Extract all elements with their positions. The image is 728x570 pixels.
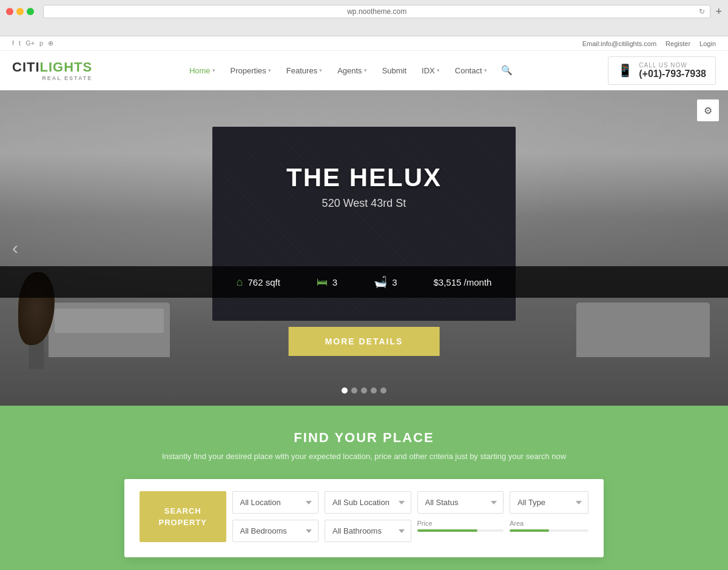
price-track[interactable] xyxy=(417,529,504,532)
twitter-icon[interactable]: t xyxy=(19,39,21,47)
nav-submit-label: Submit xyxy=(382,66,406,75)
bath-icon: 🛁 xyxy=(374,275,387,289)
main-navbar: CITILIGHTS REAL ESTATE Home ▾ Properties… xyxy=(0,51,728,90)
utility-right: Email:info@citilights.com Register Login xyxy=(582,40,716,47)
maximize-button[interactable] xyxy=(27,8,34,15)
logo-subtitle: REAL ESTATE xyxy=(12,75,92,81)
area-label: Area xyxy=(510,520,588,527)
location-select[interactable]: All Location New York Los Angeles xyxy=(232,491,319,514)
phone-number: (+01)-793-7938 xyxy=(639,69,706,79)
nav-item-features[interactable]: Features ▾ xyxy=(280,61,328,80)
register-link[interactable]: Register xyxy=(666,40,690,47)
area-range: Area xyxy=(510,520,588,542)
stat-baths: 🛁 3 xyxy=(374,275,397,289)
hero-stats-band: ⌂ 762 sqft 🛏 3 🛁 3 $3,515 /month xyxy=(0,266,728,298)
more-details-button[interactable]: MORE DETAILS xyxy=(289,327,440,356)
nav-item-submit[interactable]: Submit xyxy=(376,61,413,80)
nav-contact-label: Contact xyxy=(455,66,482,75)
nav-item-agents[interactable]: Agents ▾ xyxy=(331,61,372,80)
email-link[interactable]: Email:info@citilights.com xyxy=(582,40,656,47)
area-fill xyxy=(510,529,549,532)
browser-window-controls[interactable] xyxy=(6,8,34,15)
utility-bar: f t G+ p ⊕ Email:info@citilights.com Reg… xyxy=(0,36,728,51)
sub-location-select[interactable]: All Sub Location Manhattan Brooklyn xyxy=(325,491,411,514)
hero-overlay xyxy=(0,90,728,406)
logo-lights: LIGHTS xyxy=(40,59,93,75)
type-select[interactable]: All Type Apartment House xyxy=(510,491,588,514)
hero-property-title: THE HELUX xyxy=(286,163,442,192)
nav-features-label: Features xyxy=(286,66,317,75)
chevron-down-icon: ▾ xyxy=(364,67,367,73)
stat-beds: 🛏 3 xyxy=(317,275,337,289)
phone-icon: 📱 xyxy=(618,63,633,78)
slide-dot-3[interactable] xyxy=(361,387,367,394)
find-section: FIND YOUR PLACE Instantly find your desi… xyxy=(0,406,728,570)
nav-item-contact[interactable]: Contact ▾ xyxy=(449,61,493,80)
baths-value: 3 xyxy=(392,277,397,287)
area-track[interactable] xyxy=(510,529,588,532)
sqft-value: 762 sqft xyxy=(248,277,280,287)
bathrooms-select[interactable]: All Bathrooms 1 2 3 xyxy=(325,520,411,542)
nav-home-label: Home xyxy=(189,66,211,75)
hero-property-address: 520 West 43rd St xyxy=(286,197,442,210)
price-value: $3,515 /month xyxy=(434,277,492,287)
search-property-button[interactable]: SEARCHPROPERTY xyxy=(140,491,226,542)
hero-section: ⚙ ‹ THE HELUX 520 West 43rd St ⌂ 762 sqf… xyxy=(0,90,728,406)
settings-icon[interactable]: ⚙ xyxy=(697,99,719,121)
call-us-box: 📱 CALL US NOW (+01)-793-7938 xyxy=(608,56,716,85)
nav-item-home[interactable]: Home ▾ xyxy=(183,61,221,80)
minimize-button[interactable] xyxy=(16,8,24,15)
call-us-label: CALL US NOW xyxy=(639,62,706,69)
search-icon[interactable]: 🔍 xyxy=(496,60,517,81)
nav-properties-label: Properties xyxy=(231,66,266,75)
nav-idx-label: IDX xyxy=(422,66,435,75)
search-box: All Location New York Los Angeles All Su… xyxy=(124,479,604,557)
facebook-icon[interactable]: f xyxy=(12,39,14,47)
slide-dot-4[interactable] xyxy=(371,387,377,394)
chevron-down-icon: ▾ xyxy=(319,67,322,73)
find-subtitle: Instantly find your desired place with y… xyxy=(12,452,716,461)
url-text: wp.nootheme.com xyxy=(347,7,406,16)
prev-slide-button[interactable]: ‹ xyxy=(12,238,18,258)
logo-citi: CITI xyxy=(12,59,40,75)
slide-dot-5[interactable] xyxy=(380,387,386,394)
slide-dot-2[interactable] xyxy=(351,387,357,394)
rss-icon[interactable]: ⊕ xyxy=(48,39,53,47)
close-button[interactable] xyxy=(6,8,13,15)
find-title: FIND YOUR PLACE xyxy=(12,430,716,446)
site-logo[interactable]: CITILIGHTS REAL ESTATE xyxy=(12,59,92,81)
url-bar[interactable]: wp.nootheme.com ↻ xyxy=(43,5,710,18)
social-links: f t G+ p ⊕ xyxy=(12,39,53,47)
status-select[interactable]: All Status For Sale For Rent xyxy=(417,491,504,514)
home-icon: ⌂ xyxy=(237,276,243,289)
chevron-down-icon: ▾ xyxy=(268,67,271,73)
bed-icon: 🛏 xyxy=(317,276,328,289)
chevron-down-icon: ▾ xyxy=(212,67,215,73)
nav-item-properties[interactable]: Properties ▾ xyxy=(224,61,277,80)
chevron-down-icon: ▾ xyxy=(437,67,440,73)
login-link[interactable]: Login xyxy=(699,40,716,47)
stat-price: $3,515 /month xyxy=(434,275,492,289)
price-range: Price xyxy=(417,520,504,542)
price-fill xyxy=(417,529,478,532)
beds-value: 3 xyxy=(332,277,337,287)
hero-title-area: THE HELUX 520 West 43rd St xyxy=(286,163,442,210)
browser-chrome: wp.nootheme.com ↻ + xyxy=(0,0,728,36)
googleplus-icon[interactable]: G+ xyxy=(25,39,35,47)
reload-button[interactable]: ↻ xyxy=(699,7,705,16)
pinterest-icon[interactable]: p xyxy=(39,39,43,47)
price-label: Price xyxy=(417,520,504,527)
new-tab-button[interactable]: + xyxy=(715,5,722,18)
nav-agents-label: Agents xyxy=(337,66,362,75)
bedrooms-select[interactable]: All Bedrooms 1 2 3 xyxy=(232,520,319,542)
slider-dots xyxy=(342,387,386,394)
nav-item-idx[interactable]: IDX ▾ xyxy=(416,61,446,80)
nav-links: Home ▾ Properties ▾ Features ▾ Agents ▾ … xyxy=(183,60,517,81)
slide-dot-1[interactable] xyxy=(342,387,348,394)
stat-sqft: ⌂ 762 sqft xyxy=(237,275,280,289)
chevron-down-icon: ▾ xyxy=(484,67,487,73)
